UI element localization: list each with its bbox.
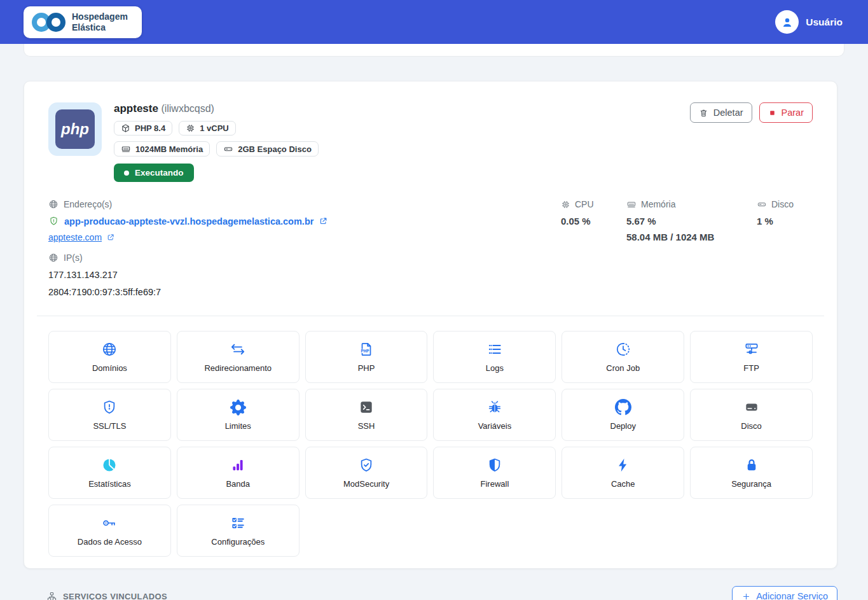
brand-name: Hospedagem Elástica	[72, 11, 128, 32]
svg-text:PHP: PHP	[361, 349, 369, 353]
php-file-icon: PHP	[358, 341, 375, 358]
cpu-chip-icon	[186, 123, 195, 133]
metric-cpu: CPU 0.05 %	[561, 199, 626, 297]
globe-icon	[48, 199, 59, 209]
terminal-icon	[358, 399, 375, 415]
stop-square-icon	[768, 109, 776, 117]
hdd-icon	[743, 399, 760, 415]
package-icon	[121, 123, 130, 133]
ipv6-value: 2804:7190:0:97:3:5ff:fe69:7	[48, 287, 561, 297]
divider	[37, 316, 824, 316]
tile-configuracoes[interactable]: Configurações	[177, 505, 300, 557]
status-dot-icon	[124, 171, 129, 176]
ips-title: IP(s)	[48, 253, 561, 263]
delete-button[interactable]: Deletar	[690, 102, 752, 123]
badge-memory: 1024MB Memória	[114, 141, 210, 157]
user-menu[interactable]: Usuário	[775, 10, 843, 34]
tile-php[interactable]: PHP PHP	[305, 331, 428, 383]
bug-icon	[486, 399, 503, 415]
list-icon	[486, 341, 503, 358]
feature-tiles: Domínios Redirecionamento PHP PHP Logs	[48, 331, 813, 557]
user-avatar	[775, 10, 799, 34]
tile-variaveis[interactable]: Variáveis	[433, 389, 556, 441]
cpu-chip-icon	[561, 200, 570, 209]
pie-chart-icon	[101, 457, 118, 473]
primary-address-link[interactable]: app-producao-appteste-vvzl.hospedagemela…	[48, 216, 561, 227]
tile-dados-de-acesso[interactable]: Dados de Acesso	[48, 505, 171, 557]
ipv4-value: 177.131.143.217	[48, 270, 561, 280]
shield-half-icon	[486, 457, 503, 473]
infinity-logo-icon	[32, 13, 65, 32]
memory-icon	[121, 144, 131, 154]
app-name: appteste	[114, 102, 158, 115]
php-app-logo: php	[48, 102, 102, 156]
linked-services-title: SERVIÇOS VINCULADOS	[46, 591, 167, 600]
memory-icon	[626, 199, 637, 209]
disk-icon	[223, 144, 233, 154]
shield-check-icon	[358, 457, 375, 473]
tile-firewall[interactable]: Firewall	[433, 447, 556, 499]
checklist-icon	[230, 515, 246, 531]
status-badge: Executando	[114, 164, 194, 182]
app-id: (iliwxbcqsd)	[161, 103, 214, 114]
tile-modsecurity[interactable]: ModSecurity	[305, 447, 428, 499]
badge-disk: 2GB Espaço Disco	[216, 141, 319, 157]
tile-deploy[interactable]: Deploy	[561, 389, 684, 441]
tile-limites[interactable]: Limites	[177, 389, 300, 441]
plus-icon	[741, 592, 751, 600]
person-icon	[780, 15, 794, 29]
globe-icon	[101, 341, 118, 358]
github-icon	[615, 399, 631, 415]
trash-icon	[699, 108, 708, 118]
sitemap-icon	[46, 591, 57, 600]
tile-cache[interactable]: Cache	[561, 447, 684, 499]
tile-cron-job[interactable]: Cron Job	[561, 331, 684, 383]
gear-icon	[230, 400, 246, 415]
badge-php-version: PHP 8.4	[114, 121, 172, 136]
clock-icon	[615, 341, 631, 358]
tile-disco[interactable]: Disco	[690, 389, 813, 441]
bolt-icon	[615, 457, 631, 473]
secondary-address-link[interactable]: appteste.com	[48, 232, 115, 242]
tile-redirecionamento[interactable]: Redirecionamento	[177, 331, 300, 383]
shield-ok-icon	[48, 216, 59, 227]
shield-keyhole-icon	[101, 399, 118, 415]
addresses-title: Endereço(s)	[48, 199, 561, 209]
app-card: php appteste (iliwxbcqsd) PHP 8.4	[24, 81, 837, 569]
tile-ssh[interactable]: SSH	[305, 389, 428, 441]
network-icon	[743, 341, 760, 358]
badge-vcpu: 1 vCPU	[179, 121, 236, 136]
stop-button[interactable]: Parar	[759, 102, 813, 123]
key-icon	[101, 515, 118, 531]
tile-logs[interactable]: Logs	[433, 331, 556, 383]
user-label: Usuário	[806, 17, 843, 28]
tile-ftp[interactable]: FTP	[690, 331, 813, 383]
tile-estatisticas[interactable]: Estatísticas	[48, 447, 171, 499]
navbar: Hospedagem Elástica Usuário	[0, 0, 868, 44]
external-link-icon	[319, 216, 328, 226]
tile-ssl-tls[interactable]: SSL/TLS	[48, 389, 171, 441]
lock-icon	[743, 457, 760, 473]
app-info: appteste (iliwxbcqsd) PHP 8.4 1 vCPU	[114, 102, 319, 182]
disk-icon	[757, 199, 767, 209]
brand-logo[interactable]: Hospedagem Elástica	[24, 6, 142, 38]
metric-memory: Memória 5.67 % 58.04 MB / 1024 MB	[626, 199, 757, 297]
globe-icon	[48, 253, 59, 263]
add-service-button[interactable]: Adicionar Serviço	[732, 586, 837, 600]
bar-chart-icon	[230, 457, 246, 473]
tile-banda[interactable]: Banda	[177, 447, 300, 499]
external-link-icon	[106, 233, 115, 242]
scrolled-card-edge	[24, 44, 844, 57]
tile-dominios[interactable]: Domínios	[48, 331, 171, 383]
tile-seguranca[interactable]: Segurança	[690, 447, 813, 499]
exchange-icon	[230, 341, 246, 358]
metric-disk: Disco 1 %	[757, 199, 813, 297]
